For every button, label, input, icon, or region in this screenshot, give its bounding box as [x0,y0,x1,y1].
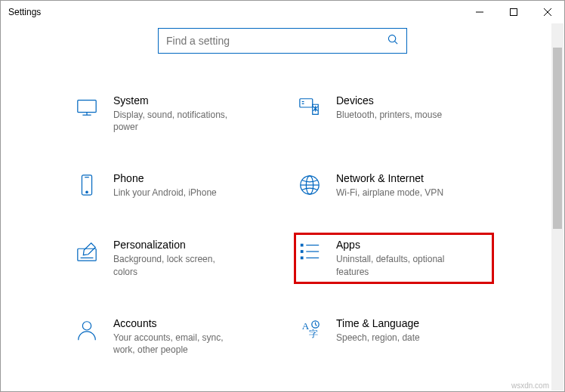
close-button[interactable] [530,1,564,23]
category-desc: Link your Android, iPhone [113,187,242,199]
scrollbar-thumb[interactable] [553,48,562,229]
svg-line-31 [316,324,317,326]
category-devices[interactable]: Devices Bluetooth, printers, mouse [294,91,494,136]
category-title: Personalization [113,239,268,251]
category-desc: Display, sound, notifications, power [113,109,242,133]
category-title: Accounts [113,317,268,329]
category-title: Apps [336,239,491,251]
category-desc: Uninstall, defaults, optional features [336,253,465,277]
category-desc: Your accounts, email, sync, work, other … [113,332,242,356]
svg-rect-9 [300,99,313,107]
network-icon [297,174,323,199]
search-area [1,23,564,69]
svg-rect-21 [301,251,304,254]
window-controls [462,1,564,23]
svg-point-26 [82,322,91,330]
svg-text:字: 字 [309,329,318,339]
category-accounts[interactable]: Accounts Your accounts, email, sync, wor… [71,314,271,359]
accounts-icon [74,319,100,344]
category-phone[interactable]: Phone Link your Android, iPhone [71,169,271,202]
minimize-button[interactable] [462,1,496,23]
category-personalization[interactable]: Personalization Background, lock screen,… [71,236,271,280]
category-desc: Bluetooth, printers, mouse [336,109,465,121]
svg-rect-20 [301,244,304,247]
category-network[interactable]: Network & Internet Wi-Fi, airplane mode,… [294,169,494,202]
apps-icon [297,240,323,266]
system-icon [74,96,100,122]
window-title: Settings [8,7,41,17]
category-title: Devices [336,94,491,106]
maximize-button[interactable] [496,1,530,23]
time-language-icon: A字 [297,319,323,344]
category-title: System [113,94,268,106]
category-title: Network & Internet [336,172,491,184]
svg-rect-6 [78,100,96,113]
category-desc: Speech, region, date [336,332,465,344]
category-title: Phone [113,172,268,184]
svg-line-5 [395,41,398,44]
devices-icon [297,96,323,122]
category-title: Time & Language [336,317,491,329]
search-box[interactable] [158,28,407,54]
titlebar: Settings [1,1,564,23]
phone-icon [74,174,100,199]
category-apps[interactable]: Apps Uninstall, defaults, optional featu… [294,233,494,283]
search-input[interactable] [166,35,387,47]
svg-point-14 [86,192,88,193]
category-time-language[interactable]: A字 Time & Language Speech, region, date [294,314,494,359]
category-system[interactable]: System Display, sound, notifications, po… [71,91,271,136]
search-icon [387,34,399,48]
category-desc: Wi-Fi, airplane mode, VPN [336,187,465,199]
watermark: wsxdn.com [511,381,549,390]
svg-rect-1 [510,9,517,16]
svg-point-4 [388,35,395,42]
vertical-scrollbar[interactable] [551,23,563,390]
svg-rect-22 [301,257,304,260]
category-desc: Background, lock screen, colors [113,253,242,277]
settings-grid: System Display, sound, notifications, po… [71,69,494,359]
personalization-icon [74,240,100,266]
